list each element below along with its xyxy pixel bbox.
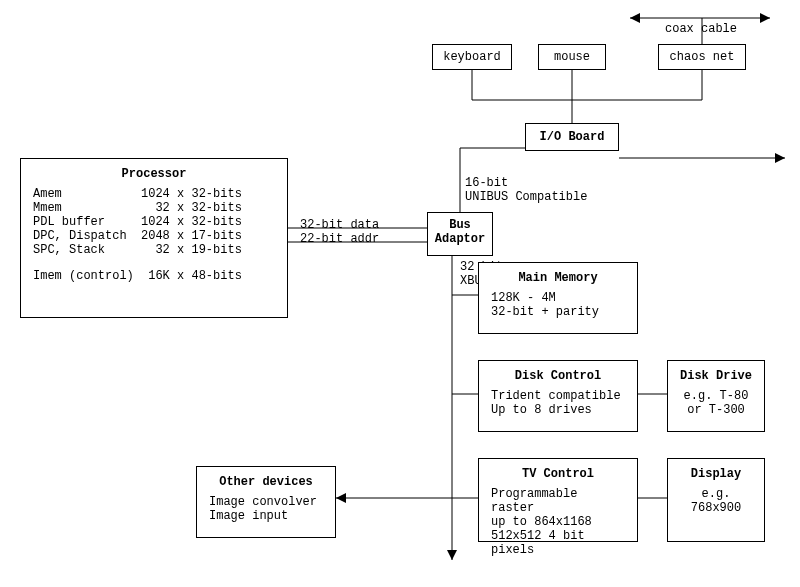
svg-marker-23 bbox=[447, 550, 457, 560]
disk-drive-eg2: or T-300 bbox=[678, 403, 754, 417]
display-box: Display e.g. 768x900 bbox=[667, 458, 765, 542]
other-devices-input: Image input bbox=[209, 509, 323, 523]
disk-drive-eg1: e.g. T-80 bbox=[678, 389, 754, 403]
keyboard-box: keyboard bbox=[432, 44, 512, 70]
bus-addr-label: 22-bit addr bbox=[300, 232, 379, 246]
svg-marker-22 bbox=[336, 493, 346, 503]
bus-adaptor-line2: Adaptor bbox=[428, 232, 492, 246]
processor-imem: Imem (control) 16K x 48-bits bbox=[33, 269, 275, 283]
unibus-compat-label: UNIBUS Compatible bbox=[465, 190, 587, 204]
processor-pdl: PDL buffer 1024 x 32-bits bbox=[33, 215, 275, 229]
svg-marker-2 bbox=[760, 13, 770, 23]
diagram-canvas: coax cable keyboard mouse chaos net I/O … bbox=[0, 0, 800, 587]
main-memory-box: Main Memory 128K - 4M 32-bit + parity bbox=[478, 262, 638, 334]
processor-dpc: DPC, Dispatch 2048 x 17-bits bbox=[33, 229, 275, 243]
display-eg: e.g. bbox=[678, 487, 754, 501]
main-memory-title: Main Memory bbox=[491, 271, 625, 285]
bus-adaptor-line1: Bus bbox=[428, 218, 492, 232]
disk-control-box: Disk Control Trident compatible Up to 8 … bbox=[478, 360, 638, 432]
svg-marker-1 bbox=[630, 13, 640, 23]
display-title: Display bbox=[678, 467, 754, 481]
disk-control-compat: Trident compatible bbox=[491, 389, 625, 403]
other-devices-title: Other devices bbox=[209, 475, 323, 489]
other-devices-conv: Image convolver bbox=[209, 495, 323, 509]
disk-drive-title: Disk Drive bbox=[678, 369, 754, 383]
coax-cable-label: coax cable bbox=[665, 22, 737, 36]
processor-amem: Amem 1024 x 32-bits bbox=[33, 187, 275, 201]
disk-control-count: Up to 8 drives bbox=[491, 403, 625, 417]
processor-mmem: Mmem 32 x 32-bits bbox=[33, 201, 275, 215]
bus-data-label: 32-bit data bbox=[300, 218, 379, 232]
main-memory-width: 32-bit + parity bbox=[491, 305, 625, 319]
io-board-box: I/O Board bbox=[525, 123, 619, 151]
tv-control-raster: Programmable raster bbox=[491, 487, 625, 515]
mouse-box: mouse bbox=[538, 44, 606, 70]
tv-control-res1: up to 864x1168 bbox=[491, 515, 625, 529]
disk-drive-box: Disk Drive e.g. T-80 or T-300 bbox=[667, 360, 765, 432]
processor-title: Processor bbox=[33, 167, 275, 181]
display-res: 768x900 bbox=[678, 501, 754, 515]
bus-adaptor-box: Bus Adaptor bbox=[427, 212, 493, 256]
chaos-net-box: chaos net bbox=[658, 44, 746, 70]
tv-control-title: TV Control bbox=[491, 467, 625, 481]
other-devices-box: Other devices Image convolver Image inpu… bbox=[196, 466, 336, 538]
processor-box: Processor Amem 1024 x 32-bits Mmem 32 x … bbox=[20, 158, 288, 318]
tv-control-res2: 512x512 4 bit pixels bbox=[491, 529, 625, 557]
svg-marker-10 bbox=[775, 153, 785, 163]
main-memory-size: 128K - 4M bbox=[491, 291, 625, 305]
unibus-16bit-label: 16-bit bbox=[465, 176, 508, 190]
processor-spc: SPC, Stack 32 x 19-bits bbox=[33, 243, 275, 257]
disk-control-title: Disk Control bbox=[491, 369, 625, 383]
tv-control-box: TV Control Programmable raster up to 864… bbox=[478, 458, 638, 542]
